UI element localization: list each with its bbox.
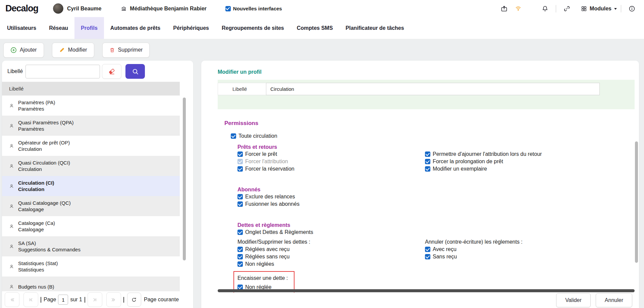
profile-row[interactable]: Quasi Catalogage (QC) Catalogage: [2, 196, 180, 216]
search-button[interactable]: [125, 64, 145, 79]
add-button-label: Ajouter: [20, 47, 37, 53]
checkbox-icon[interactable]: [425, 166, 430, 172]
checkbox-icon[interactable]: [237, 201, 243, 207]
checkbox-icon[interactable]: [425, 254, 430, 259]
checkbox-icon[interactable]: [225, 6, 231, 11]
checkbox-icon[interactable]: [231, 133, 236, 139]
last-page-button[interactable]: [106, 292, 121, 307]
loans-left-column: Forcer le prêt Forcer l'attribution Forc…: [237, 150, 425, 173]
permission-checkbox[interactable]: Forcer l'attribution: [237, 158, 425, 165]
checkbox-icon[interactable]: [425, 247, 430, 252]
eraser-icon: [108, 68, 115, 75]
checkbox-label: Onglet Dettes & Règlements: [245, 229, 313, 235]
editor-footer: Valider Annuler: [201, 293, 639, 308]
next-page-button[interactable]: [88, 292, 102, 307]
permission-checkbox[interactable]: Sans reçu: [425, 253, 639, 260]
checkbox-icon[interactable]: [237, 159, 243, 164]
all-circulation-checkbox[interactable]: Toute circulation: [231, 132, 639, 140]
info-button[interactable]: [625, 2, 639, 15]
page-input[interactable]: [58, 295, 68, 305]
profile-subtitle: Catalogage: [18, 226, 55, 233]
clear-filter-button[interactable]: [102, 64, 121, 79]
nav-tab-label: Profils: [81, 25, 98, 31]
permission-checkbox[interactable]: Avec reçu: [425, 246, 639, 253]
profiles-list: Paramètres (PA) Paramètres Quasi Paramèt…: [2, 96, 180, 291]
nav-tab[interactable]: Réseau: [43, 17, 74, 39]
checkbox-icon[interactable]: [237, 151, 243, 157]
nav-tab-label: Regroupements de sites: [222, 25, 284, 31]
nav-tab[interactable]: Utilisateurs: [1, 17, 43, 39]
checkbox-icon[interactable]: [237, 261, 243, 267]
profile-row[interactable]: Catalogage (Ca) Catalogage: [2, 216, 180, 236]
checkbox-label: Modifier un exemplaire: [433, 166, 487, 172]
checkbox-label: Avec reçu: [433, 246, 457, 252]
profile-row[interactable]: Quasi Circulation (QCI) Circulation: [2, 156, 180, 176]
permission-checkbox[interactable]: Réglées sans reçu: [237, 253, 425, 260]
link-button[interactable]: [560, 2, 574, 15]
user-avatar[interactable]: [53, 3, 63, 14]
profile-row[interactable]: Opérateur de prêt (OP) Circulation: [2, 136, 180, 156]
notifications-button[interactable]: [538, 2, 552, 15]
debts-tab-checkbox[interactable]: Onglet Dettes & Règlements: [237, 229, 639, 236]
checkbox-label: Forcer la réservation: [245, 166, 294, 172]
permission-checkbox[interactable]: Non réglées: [237, 260, 425, 268]
profile-row[interactable]: Budgets nus (B): [2, 276, 180, 291]
profile-title: Budgets nus (B): [18, 284, 54, 290]
nav-tab[interactable]: Périphériques: [167, 17, 215, 39]
profile-row[interactable]: Circulation (CI) Circulation: [2, 176, 180, 196]
first-page-button[interactable]: [5, 292, 19, 307]
add-button[interactable]: Ajouter: [3, 43, 44, 58]
page-label: Page: [44, 297, 56, 303]
checkbox-icon[interactable]: [237, 194, 243, 199]
pencil-icon: [59, 47, 65, 53]
permission-checkbox[interactable]: Permettre d'ajourner l'attribution lors …: [425, 150, 639, 158]
nav-tab[interactable]: Profils: [74, 17, 104, 39]
modules-button[interactable]: Modules: [581, 6, 617, 12]
profile-title: Quasi Circulation (QCI): [18, 160, 70, 166]
horizontal-scrollbar[interactable]: [218, 289, 635, 292]
profile-row-text: Quasi Paramètres (QPA) Paramètres: [18, 119, 74, 132]
nav-tab[interactable]: Automates de prêts: [104, 17, 167, 39]
signal-button[interactable]: [512, 2, 525, 15]
permission-checkbox[interactable]: Forcer la réservation: [237, 165, 425, 173]
checkbox-icon[interactable]: [425, 151, 430, 157]
nav-tab-label: Comptes SMS: [297, 25, 333, 31]
filter-input[interactable]: [25, 65, 100, 78]
caret-down-icon: [614, 8, 617, 10]
validate-button[interactable]: Valider: [556, 293, 591, 307]
label-input[interactable]: [266, 83, 600, 95]
profile-subtitle: Statistiques: [18, 266, 58, 273]
delete-button[interactable]: Supprimer: [102, 43, 150, 58]
actions-toolbar: Ajouter Modifier Supprimer: [0, 39, 644, 61]
new-interfaces-checkbox[interactable]: Nouvelles interfaces: [225, 5, 282, 12]
nav-tab[interactable]: Comptes SMS: [290, 17, 339, 39]
vertical-scrollbar[interactable]: [635, 141, 638, 263]
permission-checkbox[interactable]: Exclure des relances: [237, 193, 639, 200]
checkbox-icon[interactable]: [237, 166, 243, 172]
permission-checkbox[interactable]: Réglées avec reçu: [237, 246, 425, 253]
checkbox-icon[interactable]: [237, 230, 243, 235]
checkbox-icon[interactable]: [237, 254, 243, 259]
profile-row[interactable]: Statistiques (Stat) Statistiques: [2, 256, 180, 276]
checkbox-icon[interactable]: [425, 159, 430, 164]
profile-row[interactable]: SA (SA) Suggestions & Commandes: [2, 236, 180, 256]
cancel-button[interactable]: Annuler: [596, 293, 632, 307]
profile-title: SA (SA): [18, 240, 80, 246]
screen-share-button[interactable]: [497, 2, 511, 15]
topbar-actions: Modules: [497, 2, 639, 15]
profile-row[interactable]: Paramètres (PA) Paramètres: [2, 96, 180, 116]
permission-checkbox[interactable]: Fusionner les abonnés: [237, 200, 639, 208]
prev-page-button[interactable]: [23, 292, 38, 307]
permission-checkbox[interactable]: Modifier un exemplaire: [425, 165, 639, 173]
library-selector[interactable]: Médiathèque Benjamin Rabier: [121, 6, 207, 12]
edit-button[interactable]: Modifier: [52, 43, 94, 58]
checkbox-icon[interactable]: [237, 247, 243, 252]
nav-tab[interactable]: Regroupements de sites: [215, 17, 290, 39]
refresh-button[interactable]: [127, 293, 141, 307]
nav-tab[interactable]: Planificateur de tâches: [339, 17, 410, 39]
loans-section-heading: Prêts et retours: [237, 144, 639, 150]
permission-checkbox[interactable]: Forcer le prêt: [237, 150, 425, 158]
permission-checkbox[interactable]: Forcer la prolongation de prêt: [425, 158, 639, 165]
profile-row[interactable]: Quasi Paramètres (QPA) Paramètres: [2, 116, 180, 136]
list-scrollbar[interactable]: [183, 98, 186, 260]
